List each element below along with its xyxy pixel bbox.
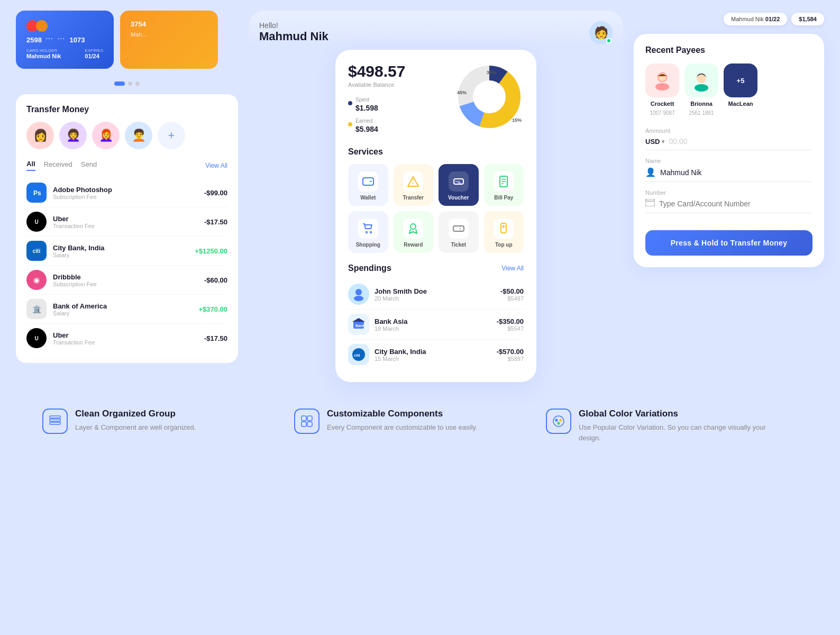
tabs-row: All Received Send View All — [26, 160, 227, 171]
payee-brionna: Brionna 2561 1881 — [684, 64, 718, 116]
table-row: U Uber Transaction Fee -$17.50 — [26, 207, 227, 237]
currency-value: USD — [645, 138, 660, 146]
chevron-down-icon: ▾ — [662, 139, 664, 144]
tx-info-uber2: Uber Transaction Fee — [53, 331, 198, 346]
spendings-header: Spendings View All — [348, 264, 524, 273]
center-wrapper: Hello! Mahmud Nik 🧑 $498.57 Available Ba… — [249, 11, 623, 382]
view-all-link[interactable]: View All — [205, 162, 227, 169]
service-wallet[interactable]: Wallet — [348, 164, 388, 206]
card-holder-section: CARD HOLDER Mahmud Nik — [26, 48, 61, 59]
tx-icon-boa: 🏛️ — [26, 299, 47, 319]
balance-pill-value: $1,584 — [799, 16, 817, 22]
feature-desc-color: Use Popular Color Variation. So you can … — [579, 422, 777, 443]
card-footer: CARD HOLDER Mahmud Nik EXPIRES 01/24 — [26, 48, 103, 59]
payee-number: 1007 9087 — [650, 110, 674, 116]
balance-amount: $498.57 — [348, 62, 405, 80]
service-topup[interactable]: Top up — [484, 211, 524, 253]
spending-row: citi City Bank, India 15 March -$570.00 … — [348, 340, 524, 369]
feature-text-customize: Customizable Components Every Component … — [327, 409, 525, 433]
balance-pill: $1,584 — [791, 13, 824, 25]
tx-info-uber: Uber Transaction Fee — [53, 215, 198, 229]
billpay-icon — [494, 171, 514, 192]
avatars-row: 👩 👩‍🦱 👩‍🦰 🧑‍🦱 + — [26, 122, 227, 149]
spending-info-john: John Smith Doe 20 March — [375, 287, 495, 302]
svg-point-45 — [553, 416, 564, 427]
tx-amount: -$17.50 — [204, 218, 227, 226]
payee-avatar-more[interactable]: +5 — [724, 64, 757, 97]
avatar-1[interactable]: 👩 — [26, 122, 54, 149]
svg-point-6 — [473, 81, 505, 113]
service-billpay[interactable]: Bill Pay — [484, 164, 524, 206]
spent-value: $1.598 — [355, 104, 378, 112]
avatar-2[interactable]: 👩‍🦱 — [59, 122, 87, 149]
tab-send[interactable]: Send — [81, 160, 97, 170]
amount-input[interactable] — [669, 137, 812, 146]
tx-icon-uber2: U — [26, 328, 47, 348]
svg-point-12 — [455, 181, 456, 182]
feature-color: Global Color Variations Use Popular Colo… — [546, 409, 798, 443]
tx-sub: Subscription Fee — [53, 194, 198, 200]
card-dots1: ··· — [46, 36, 53, 44]
spending-date: 18 March — [375, 325, 491, 332]
balance-left: $498.57 Available Balance Spent $1.598 — [348, 62, 405, 137]
tx-sub: Salary — [53, 310, 192, 316]
service-transfer[interactable]: Transfer — [394, 164, 434, 206]
tx-sub: Salary — [53, 252, 188, 258]
ind-dot-2 — [128, 81, 132, 86]
payee-name: Crockett — [651, 101, 674, 107]
avatar-4[interactable]: 🧑‍🦱 — [125, 122, 152, 149]
orange-number: 3754 — [131, 20, 207, 28]
tx-amount: -$60.00 — [204, 276, 227, 284]
spending-amounts-bankasia: -$350.00 $5547 — [497, 318, 524, 332]
tx-amount: -$17.50 — [204, 334, 227, 342]
avatar-3[interactable]: 👩‍🦰 — [92, 122, 120, 149]
payee-avatar-crockett[interactable] — [645, 64, 679, 97]
add-contact-button[interactable]: + — [158, 122, 185, 149]
svg-point-25 — [354, 296, 363, 301]
svg-text:Bank: Bank — [355, 324, 364, 328]
svg-text:Ps: Ps — [33, 189, 41, 197]
service-voucher[interactable]: % Voucher — [439, 164, 479, 206]
feature-text-clean: Clean Organized Group Layer & Component … — [75, 409, 273, 433]
service-shopping[interactable]: Shopping — [348, 211, 388, 253]
svg-text:citi: citi — [354, 353, 360, 358]
name-input[interactable] — [660, 168, 812, 177]
service-reward[interactable]: Reward — [394, 211, 434, 253]
spendings-view-all[interactable]: View All — [501, 265, 524, 272]
feature-title-color: Global Color Variations — [579, 409, 777, 419]
card-orange: 3754 Mah... — [120, 11, 218, 69]
svg-point-46 — [555, 419, 558, 422]
amount-label: Ammount — [645, 128, 812, 134]
feature-text-color: Global Color Variations Use Popular Colo… — [579, 409, 777, 443]
tab-received[interactable]: Received — [44, 160, 72, 170]
payee-avatar-brionna[interactable] — [684, 64, 718, 97]
table-row: U Uber Transaction Fee -$17.50 — [26, 324, 227, 352]
bottom-section: Clean Organized Group Layer & Component … — [0, 382, 840, 464]
card-number-input[interactable] — [659, 199, 812, 208]
service-ticket[interactable]: Ticket — [439, 211, 479, 253]
svg-point-8 — [370, 181, 371, 182]
left-panel: 2598 ··· ··· 1073 CARD HOLDER Mahmud Nik… — [16, 11, 238, 382]
feature-customize: Customizable Components Every Component … — [294, 409, 546, 443]
service-shopping-label: Shopping — [356, 242, 380, 248]
svg-point-35 — [695, 84, 708, 92]
svg-point-18 — [370, 232, 371, 233]
feature-title-clean: Clean Organized Group — [75, 409, 273, 419]
svg-rect-38 — [50, 422, 60, 424]
spending-main: -$570.00 — [497, 348, 524, 356]
transfer-money-button[interactable]: Press & Hold to Transfer Money — [645, 230, 812, 256]
payee-number: 2561 1881 — [689, 110, 714, 116]
currency-selector[interactable]: USD ▾ — [645, 138, 664, 146]
spending-main: -$350.00 — [497, 318, 524, 325]
payee-more: +5 MacLean — [724, 64, 757, 116]
reward-icon — [403, 219, 423, 239]
spent-label: Spent — [355, 97, 369, 103]
spending-name: City Bank, India — [375, 348, 491, 356]
name-input-row: 👤 — [645, 167, 812, 182]
feature-clean: Clean Organized Group Layer & Component … — [42, 409, 294, 443]
service-ticket-label: Ticket — [451, 242, 466, 248]
spending-date: 15 March — [375, 356, 491, 362]
card-number-end: 1073 — [70, 36, 85, 44]
tab-all[interactable]: All — [26, 160, 35, 171]
card-number-start: 2598 — [26, 36, 42, 44]
